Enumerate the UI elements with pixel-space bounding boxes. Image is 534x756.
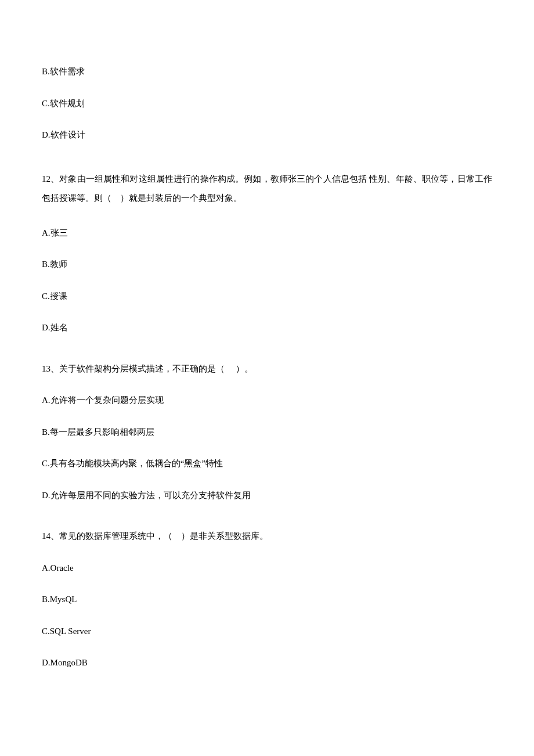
q11-option-d: D.软件设计: [42, 128, 492, 142]
q14-stem: 14、常见的数据库管理系统中，（ ）是非关系型数据库。: [42, 530, 492, 543]
q13-option-a: A.允许将一个复杂问题分层实现: [42, 394, 492, 407]
q14-option-c: C.SQL Server: [42, 625, 492, 638]
q14-option-d: D.MongoDB: [42, 656, 492, 669]
q13-option-c: C.具有各功能模块高内聚，低耦合的“黑盒”特性: [42, 457, 492, 470]
q12-option-c: C.授课: [42, 290, 492, 303]
q14-option-b: B.MysQL: [42, 593, 492, 606]
question-13: 13、关于软件架构分层模式描述，不正确的是（ ）。 A.允许将一个复杂问题分层实…: [42, 362, 492, 502]
q12-option-b: B.教师: [42, 258, 492, 271]
q13-stem: 13、关于软件架构分层模式描述，不正确的是（ ）。: [42, 362, 492, 376]
question-12: 12、对象由一组属性和对这组属性进行的操作构成。例如，教师张三的个人信息包括 性…: [42, 170, 492, 334]
document-body: B.软件需求 C.软件规划 D.软件设计 12、对象由一组属性和对这组属性进行的…: [0, 0, 534, 669]
q13-option-d: D.允许每层用不同的实验方法，可以充分支持软件复用: [42, 489, 492, 502]
q12-stem: 12、对象由一组属性和对这组属性进行的操作构成。例如，教师张三的个人信息包括 性…: [42, 170, 492, 208]
q13-option-b: B.每一层最多只影响相邻两层: [42, 426, 492, 439]
q11-option-c: C.软件规划: [42, 97, 492, 110]
q12-option-a: A.张三: [42, 226, 492, 240]
q12-option-d: D.姓名: [42, 321, 492, 334]
question-14: 14、常见的数据库管理系统中，（ ）是非关系型数据库。 A.Oracle B.M…: [42, 530, 492, 669]
q11-option-b: B.软件需求: [42, 65, 492, 78]
q14-option-a: A.Oracle: [42, 561, 492, 575]
